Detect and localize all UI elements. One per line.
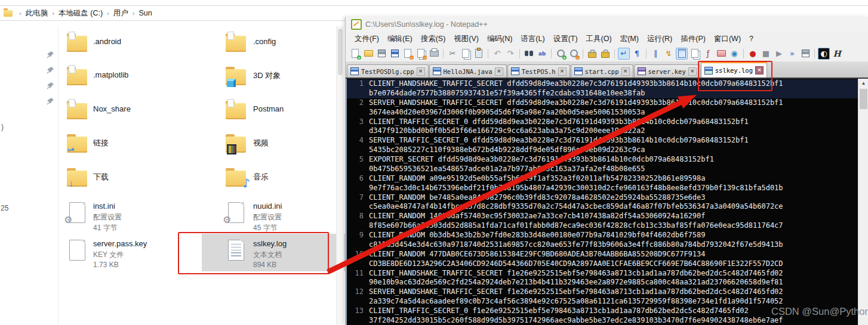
folder-icon[interactable] <box>67 103 87 119</box>
item-name-视频[interactable]: 视频 <box>253 138 269 148</box>
menu-L[interactable]: 语言(L) <box>516 33 549 45</box>
tab-sslkey.log[interactable]: sslkey.log× <box>701 61 767 78</box>
menu-N[interactable]: 编码(N) <box>483 33 516 45</box>
replace-icon[interactable]: ab <box>536 48 548 60</box>
item-name-sslkey.log[interactable]: sslkey.log <box>253 239 287 248</box>
file-icon[interactable] <box>69 240 85 261</box>
sync-scroll-h-icon[interactable] <box>599 48 611 60</box>
menu-T[interactable]: 设置(T) <box>549 33 582 45</box>
tab-close-icon[interactable]: × <box>558 67 567 76</box>
folder-icon[interactable] <box>226 137 246 153</box>
folder-icon[interactable] <box>226 36 246 52</box>
folder-icon[interactable]: ♪ <box>226 171 246 187</box>
scrollbar-thumb[interactable] <box>338 29 343 75</box>
close-all-icon[interactable]: − <box>415 48 427 60</box>
breadcrumb-item-2[interactable]: 用户 <box>113 9 128 17</box>
copy-icon[interactable] <box>460 48 472 60</box>
folder-icon[interactable] <box>67 36 87 52</box>
item-name-下载[interactable]: 下载 <box>93 172 109 182</box>
item-name-nuuid.ini[interactable]: nuuid.ini <box>253 202 282 211</box>
breadcrumb-item-1[interactable]: 本地磁盘 (C:) <box>59 9 103 17</box>
macro-play-icon[interactable]: ▶ <box>773 48 785 60</box>
item-name-3D 对象[interactable]: 3D 对象 <box>253 70 281 81</box>
macro-stop-icon[interactable]: ■ <box>760 48 772 60</box>
menu-F[interactable]: 文件(F) <box>350 33 383 45</box>
close-file-icon[interactable]: − <box>402 48 414 60</box>
hex-editor-icon[interactable]: H <box>831 48 843 60</box>
notepadpp-title-bar[interactable]: C:\Users\Sun\sslkey.log - Notepad++ <box>346 17 868 32</box>
folder-icon[interactable]: ↪ <box>67 137 87 153</box>
tab-close-icon[interactable]: × <box>495 67 503 76</box>
menu-V[interactable]: 视图(V) <box>450 33 483 45</box>
file-icon[interactable]: ⚙ <box>69 202 85 223</box>
tab-close-icon[interactable]: × <box>621 67 630 76</box>
open-file-icon[interactable] <box>362 48 374 60</box>
item-name-链接[interactable]: 链接 <box>93 138 109 148</box>
function-list-icon[interactable]: ↯ <box>663 48 675 60</box>
tab-TestPOS.h[interactable]: TestPOS.h× <box>507 64 570 78</box>
explorer-address-bar[interactable]: ›此电脑›本地磁盘 (C:)›用户›Sun <box>0 6 345 21</box>
macro-save-icon[interactable] <box>799 48 811 60</box>
doc-map-icon[interactable] <box>676 48 688 60</box>
menu-R[interactable]: 运行(R) <box>643 33 676 45</box>
tab-HelloJNA.java[interactable]: HelloJNA.java× <box>429 64 507 78</box>
save-icon[interactable] <box>375 48 387 60</box>
tab-close-icon[interactable]: × <box>688 67 697 76</box>
tab-start.cpp[interactable]: start.cpp× <box>571 64 633 78</box>
menu-O[interactable]: 工具(O) <box>582 33 616 45</box>
item-name-Nox_share[interactable]: Nox_share <box>93 104 131 113</box>
macro-run-multi-icon[interactable]: » <box>786 48 798 60</box>
macro-record-icon[interactable]: ● <box>747 48 759 60</box>
sync-scroll-v-icon[interactable] <box>586 48 598 60</box>
indent-guide-icon[interactable]: ∥ <box>650 48 661 60</box>
explorer-scrollbar[interactable] <box>336 26 344 325</box>
breadcrumb-item-3[interactable]: Sun <box>139 9 152 17</box>
menu-?[interactable]: ? <box>745 33 758 44</box>
item-name-server.pass.key[interactable]: server.pass.key <box>93 239 147 248</box>
redo-icon[interactable]: ↷ <box>504 48 516 60</box>
dark-mode-icon[interactable]: ◐ <box>818 48 830 60</box>
folder-workspace-icon[interactable] <box>715 48 727 60</box>
word-wrap-icon[interactable]: ↵ <box>618 48 630 60</box>
file-icon[interactable]: ⚙ <box>228 202 244 223</box>
zoom-out-icon[interactable]: − <box>568 48 580 60</box>
item-name-.android[interactable]: .android <box>93 37 121 46</box>
paste-icon[interactable] <box>473 48 485 60</box>
item-name-inst.ini[interactable]: inst.ini <box>93 202 115 211</box>
tab-close-icon[interactable]: × <box>417 67 425 76</box>
item-name-Postman[interactable]: Postman <box>253 104 284 113</box>
menu-P[interactable]: 插件(P) <box>676 33 710 45</box>
item-name-.matplotlib[interactable]: .matplotlib <box>93 70 128 79</box>
tab-close-icon[interactable]: × <box>755 66 764 75</box>
undo-icon[interactable]: ↶ <box>491 48 503 60</box>
save-all-icon[interactable] <box>389 48 401 60</box>
tab-TestPOSDlg.cpp[interactable]: TestPOSDlg.cpp× <box>347 64 429 78</box>
item-name-音乐[interactable]: 音乐 <box>253 172 269 182</box>
folder-icon[interactable] <box>226 69 246 85</box>
tab-save-icon <box>574 67 583 75</box>
find-icon[interactable] <box>523 48 535 60</box>
new-file-icon[interactable]: + <box>349 48 361 60</box>
monitoring-eye-icon[interactable]: ◉ <box>728 48 740 60</box>
menu-E[interactable]: 编辑(E) <box>383 33 417 45</box>
scrollbar-up-arrow[interactable]: ▲ <box>858 79 868 88</box>
print-icon[interactable] <box>428 48 440 60</box>
show-all-chars-icon[interactable]: ¶ <box>631 48 643 60</box>
scrollbar-thumb[interactable] <box>860 89 867 109</box>
breadcrumb-item-0[interactable]: 此电脑 <box>26 9 48 17</box>
menu-W[interactable]: 窗口(W) <box>710 33 745 45</box>
folder-icon[interactable] <box>67 69 87 85</box>
menu-S[interactable]: 搜索(S) <box>417 33 450 45</box>
tab-server.key[interactable]: server.key× <box>634 64 700 78</box>
folder-icon[interactable] <box>226 103 246 119</box>
doc-list-icon[interactable] <box>689 48 701 60</box>
editor-scrollbar[interactable]: ▲ <box>858 79 868 325</box>
define-language-icon[interactable]: ƒ <box>702 48 714 60</box>
menu-M[interactable]: 宏(M) <box>616 33 643 45</box>
cut-icon[interactable]: ✂ <box>447 48 458 60</box>
zoom-in-icon[interactable]: + <box>555 48 567 60</box>
file-icon[interactable] <box>228 240 244 261</box>
item-name-.config[interactable]: .config <box>253 37 276 46</box>
folder-icon[interactable]: ↓ <box>67 171 87 187</box>
editor[interactable]: 1CLIENT_HANDSHAKE_TRAFFIC_SECRET dfdd59d… <box>346 79 858 325</box>
